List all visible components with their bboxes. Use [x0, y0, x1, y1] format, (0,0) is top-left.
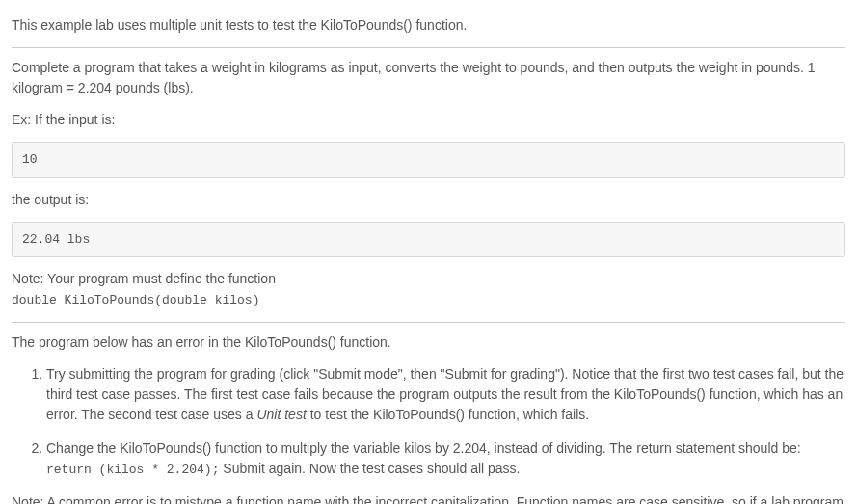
step2-text-b: Submit again. Now the test cases should …: [219, 461, 520, 476]
step-list: Try submitting the program for grading (…: [12, 364, 845, 480]
divider: [12, 322, 845, 323]
step2-code: return (kilos * 2.204);: [46, 463, 219, 477]
step2-text-a: Change the KiloToPounds() function to mu…: [46, 440, 801, 456]
error-intro: The program below has an error in the Ki…: [12, 332, 845, 353]
step-1: Try submitting the program for grading (…: [46, 364, 845, 425]
intro-text: This example lab uses multiple unit test…: [12, 15, 845, 36]
note1-text: Note: Your program must define the funct…: [12, 271, 276, 286]
note2-a: Note: A: [12, 494, 59, 504]
output-label: the output is:: [12, 190, 845, 210]
step-2: Change the KiloToPounds() function to mu…: [46, 438, 845, 480]
divider: [12, 47, 845, 48]
example-label: Ex: If the input is:: [12, 110, 845, 130]
note1-code: double KiloToPounds(double kilos): [12, 293, 259, 307]
input-example-block: 10: [12, 142, 845, 178]
note-common-error: Note: A common error is to mistype a fun…: [12, 492, 845, 504]
output-example-block: 22.04 lbs: [12, 222, 845, 258]
note2-underlined: common error: [59, 494, 143, 504]
step1-text-b: to test the KiloToPounds() function, whi…: [307, 407, 589, 422]
note-define-function: Note: Your program must define the funct…: [12, 269, 845, 310]
task-text: Complete a program that takes a weight i…: [12, 58, 845, 98]
step1-italic: Unit test: [256, 407, 306, 422]
